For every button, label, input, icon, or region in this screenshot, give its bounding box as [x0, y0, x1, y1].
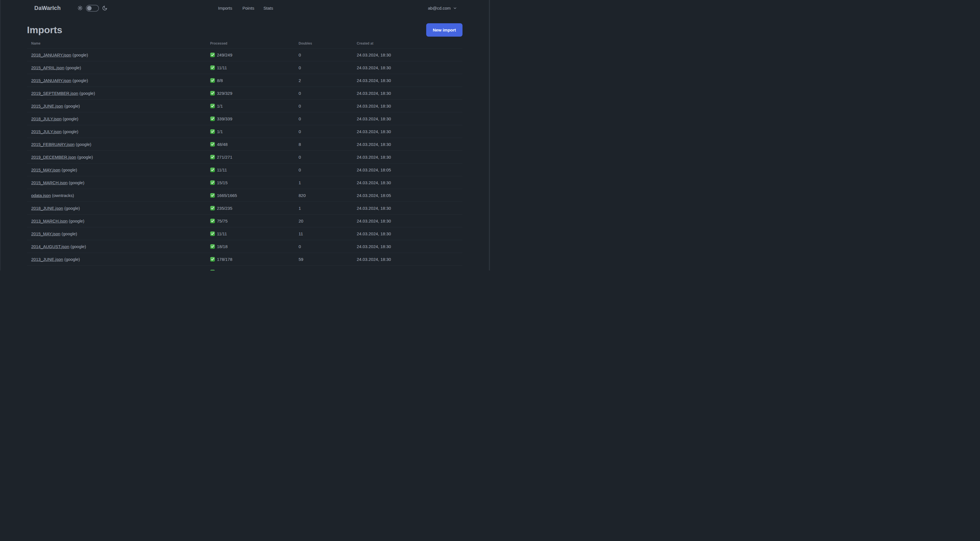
processed-count: 11/11 [217, 231, 227, 236]
check-mark-icon [210, 206, 215, 211]
name-cell: 2019_SEPTEMBER.json (google) [27, 91, 210, 96]
processed-cell [210, 270, 299, 271]
imports-table: Name Processed Doubles Created at 2018_J… [27, 38, 463, 270]
processed-cell: 178/178 [210, 257, 299, 262]
table-row: 2019_DECEMBER.json (google) 271/271 0 24… [27, 151, 463, 163]
doubles-count: 11 [299, 231, 357, 236]
processed-cell: 11/11 [210, 65, 299, 70]
table-row: 2015_MAY.json (google) 11/11 11 24.03.20… [27, 227, 463, 240]
name-cell: 2015_MARCH.json (google) [27, 180, 210, 185]
created-at-value: 24.03.2024, 18:30 [357, 206, 463, 211]
import-file-link[interactable]: 2015_MARCH.json [31, 180, 67, 185]
import-source-label: (google) [67, 219, 84, 223]
created-at-value: 24.03.2024, 18:30 [357, 142, 463, 147]
doubles-count: 0 [299, 155, 357, 160]
check-mark-icon [210, 231, 215, 236]
top-navbar: DaWarIch Imports Points Stats ab@cd.com [0, 0, 490, 16]
check-mark-icon [210, 155, 215, 160]
table-row: 2018_JANUARY.json (google) 249/249 0 24.… [27, 48, 463, 61]
check-mark-icon [210, 116, 215, 121]
main-nav: Imports Points Stats [0, 0, 490, 16]
processed-cell: 249/249 [210, 53, 299, 57]
processed-count: 178/178 [217, 257, 232, 262]
name-cell: 2015_MAY.json (google) [27, 231, 210, 236]
import-source-label: (google) [71, 78, 88, 83]
processed-count: 339/339 [217, 116, 232, 121]
import-file-link[interactable]: 2015_APRIL.json [31, 65, 64, 70]
import-source-label: (google) [71, 53, 88, 57]
processed-count: 8/8 [217, 78, 223, 83]
processed-count: 1/1 [217, 129, 223, 134]
new-import-button[interactable]: New import [426, 23, 463, 37]
import-file-link[interactable]: 2015_JANUARY.json [31, 78, 71, 83]
scrollbar-track[interactable] [489, 0, 490, 270]
nav-item-imports[interactable]: Imports [218, 0, 232, 16]
table-body: 2018_JANUARY.json (google) 249/249 0 24.… [27, 48, 463, 270]
import-file-link[interactable]: odata.json [31, 193, 51, 198]
created-at-value: 24.03.2024, 18:30 [357, 244, 463, 249]
check-mark-icon [210, 53, 215, 57]
user-email: ab@cd.com [428, 6, 450, 11]
processed-count: 15/15 [217, 180, 228, 185]
import-file-link[interactable]: 2014_AUGUST.json [31, 244, 69, 249]
doubles-count: 0 [299, 129, 357, 134]
doubles-count: 0 [299, 168, 357, 172]
import-source-label: (google) [60, 168, 77, 172]
name-cell: 2015_MAY.json (google) [27, 168, 210, 172]
created-at-value: 24.03.2024, 18:30 [357, 219, 463, 223]
import-file-link[interactable]: 2019_DECEMBER.json [31, 155, 76, 160]
import-file-link[interactable]: 2013_JUNE.json [31, 257, 63, 262]
doubles-count: 8 [299, 142, 357, 147]
nav-item-stats[interactable]: Stats [263, 0, 273, 16]
processed-count: 48/48 [217, 142, 228, 147]
created-at-value: 24.03.2024, 18:30 [357, 104, 463, 109]
created-at-value: 24.03.2024, 18:05 [357, 193, 463, 198]
processed-count: 75/75 [217, 219, 228, 223]
chevron-down-icon [453, 6, 457, 10]
doubles-count: 2 [299, 78, 357, 83]
import-file-link[interactable]: 2018_JANUARY.json [31, 53, 71, 57]
import-file-link[interactable]: 2013_MARCH.json [31, 219, 67, 223]
import-source-label: (google) [63, 206, 80, 211]
processed-cell: 1/1 [210, 129, 299, 134]
created-at-value: 24.03.2024, 18:30 [357, 53, 463, 57]
import-source-label: (google) [60, 231, 77, 236]
nav-item-points[interactable]: Points [242, 0, 255, 16]
processed-count: 18/18 [217, 244, 228, 249]
import-file-link[interactable]: 2019_SEPTEMBER.json [31, 91, 78, 96]
doubles-count: 0 [299, 104, 357, 109]
check-mark-icon [210, 193, 215, 198]
table-row: 2015_MAY.json (google) 11/11 0 24.03.202… [27, 163, 463, 176]
processed-cell: 8/8 [210, 78, 299, 83]
name-cell: 2019_DECEMBER.json (google) [27, 155, 210, 160]
page-title: Imports [27, 24, 62, 35]
name-cell: odata.json (owntracks) [27, 193, 210, 198]
import-file-link[interactable]: 2015_JULY.json [31, 129, 62, 134]
created-at-value: 24.03.2024, 18:30 [357, 65, 463, 70]
processed-cell: 329/329 [210, 91, 299, 96]
column-header-processed: Processed [210, 41, 299, 45]
user-menu[interactable]: ab@cd.com [428, 0, 457, 16]
import-file-link[interactable]: 2015_MAY.json [31, 168, 60, 172]
import-file-link[interactable]: 2015_JUNE.json [31, 104, 63, 109]
import-file-link[interactable]: 2018_JUNE.json [31, 206, 63, 211]
processed-count: 1665/1665 [217, 193, 237, 198]
processed-count: 329/329 [217, 91, 232, 96]
check-mark-icon [210, 65, 215, 70]
import-file-link[interactable]: 2018_JULY.json [31, 116, 62, 121]
doubles-count: 820 [299, 193, 357, 198]
table-row: 2013_JUNE.json (google) 178/178 59 24.03… [27, 253, 463, 266]
created-at-value: 24.03.2024, 18:30 [357, 116, 463, 121]
created-at-value: 24.03.2024, 18:30 [357, 231, 463, 236]
processed-cell: 339/339 [210, 116, 299, 121]
check-mark-icon [210, 104, 215, 109]
table-row: 2018_JUNE.json (google) 235/235 1 24.03.… [27, 202, 463, 215]
import-source-label: (google) [64, 65, 81, 70]
processed-count: 11/11 [217, 168, 227, 172]
import-file-link[interactable]: 2015_FEBRUARY.json [31, 142, 75, 147]
import-file-link[interactable]: 2015_MAY.json [31, 231, 60, 236]
processed-count: 235/235 [217, 206, 232, 211]
created-at-value: 24.03.2024, 18:05 [357, 168, 463, 172]
name-cell: 2013_JUNE.json (google) [27, 257, 210, 262]
doubles-count: 0 [299, 116, 357, 121]
